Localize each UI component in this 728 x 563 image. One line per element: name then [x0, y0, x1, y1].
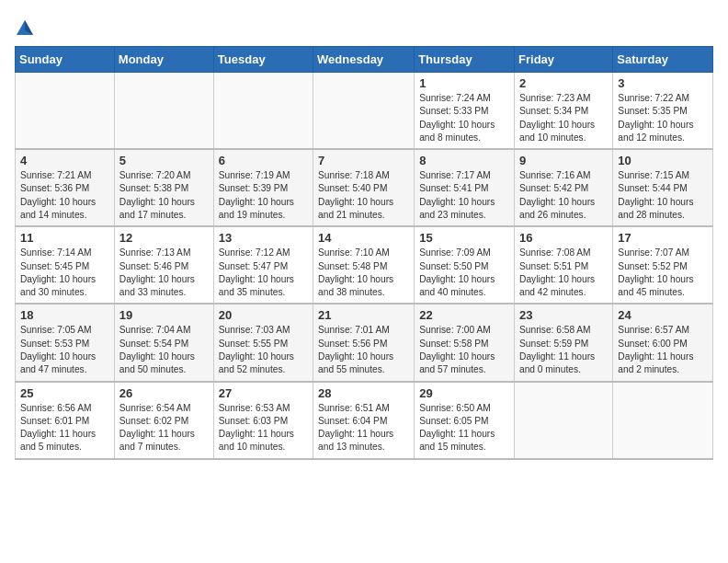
week-row-4: 18Sunrise: 7:05 AM Sunset: 5:53 PM Dayli… — [16, 304, 713, 381]
calendar-cell — [515, 382, 613, 459]
calendar-cell: 8Sunrise: 7:17 AM Sunset: 5:41 PM Daylig… — [415, 149, 515, 226]
week-row-5: 25Sunrise: 6:56 AM Sunset: 6:01 PM Dayli… — [16, 382, 713, 459]
weekday-header-row: SundayMondayTuesdayWednesdayThursdayFrid… — [16, 47, 713, 73]
day-info: Sunrise: 7:24 AM Sunset: 5:33 PM Dayligh… — [419, 92, 509, 144]
day-info: Sunrise: 6:50 AM Sunset: 6:05 PM Dayligh… — [419, 402, 509, 454]
calendar-cell: 14Sunrise: 7:10 AM Sunset: 5:48 PM Dayli… — [313, 226, 415, 304]
page-header — [15, 15, 713, 39]
day-number: 23 — [519, 308, 608, 322]
day-info: Sunrise: 7:14 AM Sunset: 5:45 PM Dayligh… — [20, 247, 109, 299]
day-number: 1 — [419, 76, 509, 90]
day-number: 6 — [219, 154, 308, 167]
calendar-cell — [313, 73, 415, 150]
calendar-cell: 22Sunrise: 7:00 AM Sunset: 5:58 PM Dayli… — [415, 304, 515, 381]
calendar-cell: 23Sunrise: 6:58 AM Sunset: 5:59 PM Dayli… — [515, 304, 613, 381]
calendar-cell: 7Sunrise: 7:18 AM Sunset: 5:40 PM Daylig… — [313, 149, 415, 226]
week-row-2: 4Sunrise: 7:21 AM Sunset: 5:36 PM Daylig… — [16, 149, 713, 226]
day-info: Sunrise: 7:19 AM Sunset: 5:39 PM Dayligh… — [219, 169, 308, 222]
calendar-cell — [114, 73, 213, 150]
day-number: 29 — [419, 386, 509, 400]
day-number: 16 — [519, 231, 608, 245]
week-row-3: 11Sunrise: 7:14 AM Sunset: 5:45 PM Dayli… — [16, 226, 713, 304]
day-number: 3 — [618, 76, 708, 90]
day-info: Sunrise: 7:13 AM Sunset: 5:46 PM Dayligh… — [119, 247, 209, 299]
day-info: Sunrise: 7:23 AM Sunset: 5:34 PM Dayligh… — [519, 92, 608, 144]
calendar-cell — [16, 73, 115, 150]
calendar-cell: 5Sunrise: 7:20 AM Sunset: 5:38 PM Daylig… — [114, 149, 213, 226]
day-info: Sunrise: 7:18 AM Sunset: 5:40 PM Dayligh… — [318, 169, 409, 222]
day-number: 20 — [219, 308, 308, 322]
day-number: 8 — [419, 154, 509, 167]
day-number: 10 — [618, 154, 708, 167]
day-info: Sunrise: 6:58 AM Sunset: 5:59 PM Dayligh… — [519, 324, 608, 376]
week-row-1: 1Sunrise: 7:24 AM Sunset: 5:33 PM Daylig… — [16, 73, 713, 150]
day-info: Sunrise: 7:08 AM Sunset: 5:51 PM Dayligh… — [519, 247, 608, 299]
day-info: Sunrise: 6:53 AM Sunset: 6:03 PM Dayligh… — [219, 402, 308, 454]
day-info: Sunrise: 7:09 AM Sunset: 5:50 PM Dayligh… — [419, 247, 509, 299]
weekday-header-monday: Monday — [114, 47, 213, 73]
calendar-cell — [613, 382, 713, 459]
calendar-cell: 27Sunrise: 6:53 AM Sunset: 6:03 PM Dayli… — [213, 382, 313, 459]
calendar-cell: 2Sunrise: 7:23 AM Sunset: 5:34 PM Daylig… — [515, 73, 613, 150]
day-number: 27 — [219, 386, 308, 400]
logo — [15, 18, 39, 39]
logo-icon — [15, 18, 35, 39]
calendar-cell: 24Sunrise: 6:57 AM Sunset: 6:00 PM Dayli… — [613, 304, 713, 381]
calendar-cell: 17Sunrise: 7:07 AM Sunset: 5:52 PM Dayli… — [613, 226, 713, 304]
day-info: Sunrise: 6:54 AM Sunset: 6:02 PM Dayligh… — [119, 402, 209, 454]
weekday-header-sunday: Sunday — [16, 47, 115, 73]
weekday-header-tuesday: Tuesday — [213, 47, 313, 73]
calendar-cell: 16Sunrise: 7:08 AM Sunset: 5:51 PM Dayli… — [515, 226, 613, 304]
calendar-cell — [213, 73, 313, 150]
day-number: 18 — [20, 308, 109, 322]
calendar-cell: 12Sunrise: 7:13 AM Sunset: 5:46 PM Dayli… — [114, 226, 213, 304]
weekday-header-wednesday: Wednesday — [313, 47, 415, 73]
day-number: 19 — [119, 308, 209, 322]
calendar-cell: 29Sunrise: 6:50 AM Sunset: 6:05 PM Dayli… — [415, 382, 515, 459]
day-info: Sunrise: 6:56 AM Sunset: 6:01 PM Dayligh… — [20, 402, 109, 454]
day-info: Sunrise: 7:12 AM Sunset: 5:47 PM Dayligh… — [219, 247, 308, 299]
weekday-header-friday: Friday — [515, 47, 613, 73]
calendar-cell: 20Sunrise: 7:03 AM Sunset: 5:55 PM Dayli… — [213, 304, 313, 381]
calendar-cell: 26Sunrise: 6:54 AM Sunset: 6:02 PM Dayli… — [114, 382, 213, 459]
day-info: Sunrise: 7:15 AM Sunset: 5:44 PM Dayligh… — [618, 169, 708, 222]
day-number: 11 — [20, 231, 109, 245]
day-number: 9 — [519, 154, 608, 167]
calendar-cell: 10Sunrise: 7:15 AM Sunset: 5:44 PM Dayli… — [613, 149, 713, 226]
day-number: 28 — [318, 386, 409, 400]
calendar-cell: 18Sunrise: 7:05 AM Sunset: 5:53 PM Dayli… — [16, 304, 115, 381]
calendar: SundayMondayTuesdayWednesdayThursdayFrid… — [15, 46, 713, 460]
calendar-cell: 9Sunrise: 7:16 AM Sunset: 5:42 PM Daylig… — [515, 149, 613, 226]
day-number: 25 — [20, 386, 109, 400]
day-number: 26 — [119, 386, 209, 400]
day-info: Sunrise: 7:16 AM Sunset: 5:42 PM Dayligh… — [519, 169, 608, 222]
calendar-cell: 6Sunrise: 7:19 AM Sunset: 5:39 PM Daylig… — [213, 149, 313, 226]
day-number: 4 — [20, 154, 109, 167]
day-number: 7 — [318, 154, 409, 167]
day-info: Sunrise: 7:00 AM Sunset: 5:58 PM Dayligh… — [419, 324, 509, 376]
day-number: 2 — [519, 76, 608, 90]
day-number: 22 — [419, 308, 509, 322]
day-number: 24 — [618, 308, 708, 322]
day-info: Sunrise: 6:57 AM Sunset: 6:00 PM Dayligh… — [618, 324, 708, 376]
day-number: 13 — [219, 231, 308, 245]
calendar-cell: 25Sunrise: 6:56 AM Sunset: 6:01 PM Dayli… — [16, 382, 115, 459]
day-number: 15 — [419, 231, 509, 245]
day-number: 17 — [618, 231, 708, 245]
day-info: Sunrise: 7:17 AM Sunset: 5:41 PM Dayligh… — [419, 169, 509, 222]
calendar-cell: 19Sunrise: 7:04 AM Sunset: 5:54 PM Dayli… — [114, 304, 213, 381]
day-info: Sunrise: 7:22 AM Sunset: 5:35 PM Dayligh… — [618, 92, 708, 144]
day-number: 5 — [119, 154, 209, 167]
weekday-header-thursday: Thursday — [415, 47, 515, 73]
day-number: 12 — [119, 231, 209, 245]
calendar-cell: 1Sunrise: 7:24 AM Sunset: 5:33 PM Daylig… — [415, 73, 515, 150]
day-info: Sunrise: 6:51 AM Sunset: 6:04 PM Dayligh… — [318, 402, 409, 454]
day-info: Sunrise: 7:21 AM Sunset: 5:36 PM Dayligh… — [20, 169, 109, 222]
day-info: Sunrise: 7:20 AM Sunset: 5:38 PM Dayligh… — [119, 169, 209, 222]
day-info: Sunrise: 7:10 AM Sunset: 5:48 PM Dayligh… — [318, 247, 409, 299]
calendar-cell: 11Sunrise: 7:14 AM Sunset: 5:45 PM Dayli… — [16, 226, 115, 304]
weekday-header-saturday: Saturday — [613, 47, 713, 73]
calendar-cell: 28Sunrise: 6:51 AM Sunset: 6:04 PM Dayli… — [313, 382, 415, 459]
day-info: Sunrise: 7:01 AM Sunset: 5:56 PM Dayligh… — [318, 324, 409, 376]
day-info: Sunrise: 7:05 AM Sunset: 5:53 PM Dayligh… — [20, 324, 109, 376]
